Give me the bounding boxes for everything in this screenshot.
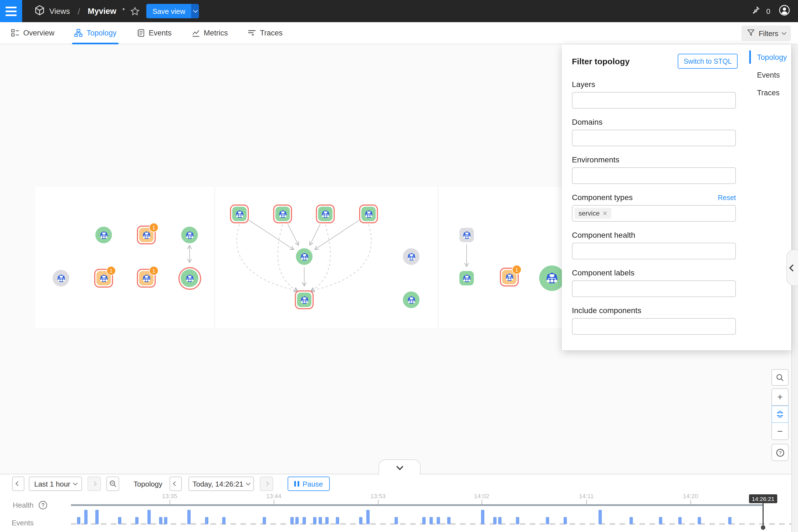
timeline-zoom-out-button[interactable] — [107, 477, 119, 491]
tab-events[interactable]: Events — [137, 22, 172, 44]
service-component-icon — [235, 210, 244, 218]
tab-topology[interactable]: Topology — [75, 22, 117, 44]
zoom-in-button[interactable]: + — [772, 388, 788, 406]
tab-overview-label: Overview — [23, 29, 55, 37]
timeline-cursor-handle[interactable] — [761, 525, 765, 530]
zoom-out-icon — [109, 480, 117, 488]
topology-node-service[interactable] — [539, 265, 565, 291]
save-view-dropdown-button[interactable] — [191, 4, 199, 18]
favorite-star-icon[interactable] — [130, 6, 140, 16]
filters-button-label: Filters — [759, 29, 778, 37]
current-time-select[interactable]: Today, 14:26:21 — [188, 477, 254, 491]
filter-section: Component labels — [572, 268, 736, 297]
user-avatar[interactable] — [779, 4, 790, 18]
filter-section-label: Environments — [572, 155, 619, 164]
save-view-button[interactable]: Save view — [146, 4, 191, 18]
event-count-badge: 1 — [512, 265, 521, 274]
tab-overview[interactable]: Overview — [11, 22, 55, 44]
topology-node-service[interactable] — [459, 271, 474, 285]
search-icon — [776, 373, 784, 382]
remove-chip-icon[interactable]: ✕ — [602, 210, 607, 217]
time-axis-label: 13:35 — [162, 493, 177, 499]
topology-node-service[interactable]: 1 — [500, 268, 519, 286]
event-count-bar — [222, 517, 226, 524]
collapse-timeline-button[interactable] — [379, 459, 421, 475]
filters-button[interactable]: Filters — [741, 25, 791, 41]
filter-input-layers[interactable] — [572, 92, 736, 109]
topology-node-service[interactable] — [459, 228, 474, 242]
timeline-cursor-badge[interactable]: 14:26:21 — [749, 494, 777, 503]
health-timeline[interactable] — [71, 504, 763, 506]
event-count-bar — [447, 517, 451, 524]
reset-link[interactable]: Reset — [718, 194, 736, 202]
zoom-out-button[interactable]: − — [772, 423, 788, 440]
event-count-bar — [319, 517, 322, 524]
side-tab-traces[interactable]: Traces — [749, 87, 791, 99]
filter-input-domains[interactable] — [572, 130, 736, 146]
filter-input-include-components[interactable] — [572, 318, 736, 335]
filter-section-label: Layers — [572, 80, 595, 89]
time-back-button[interactable] — [170, 477, 182, 491]
event-count-bar — [546, 517, 549, 524]
filter-input-component-types[interactable]: service✕ — [572, 205, 736, 222]
time-range-forward-button[interactable] — [88, 477, 101, 491]
hamburger-menu-button[interactable] — [0, 0, 22, 22]
topology-node-service[interactable] — [316, 205, 335, 223]
pin-icon[interactable] — [751, 5, 760, 17]
app-window: Views / Myview * Save view 0 Overview — [0, 0, 798, 532]
service-component-icon — [462, 274, 471, 282]
health-help-icon[interactable]: ? — [39, 501, 47, 509]
event-count-bar — [118, 517, 121, 524]
side-tab-topology[interactable]: Topology — [749, 51, 791, 63]
service-component-icon — [300, 252, 308, 261]
tab-metrics[interactable]: Metrics — [191, 22, 228, 44]
pause-button-label: Pause — [303, 480, 323, 488]
pause-icon — [294, 481, 299, 487]
time-range-select[interactable]: Last 1 hour — [29, 477, 82, 491]
topology-node-service[interactable] — [403, 291, 419, 308]
topology-node-service[interactable]: 1 — [137, 226, 156, 244]
tab-metrics-label: Metrics — [204, 29, 228, 37]
time-axis-label: 13:44 — [266, 493, 281, 499]
fit-to-screen-button[interactable] — [772, 406, 788, 423]
time-forward-button[interactable] — [260, 477, 273, 491]
topology-node-service[interactable] — [359, 205, 378, 223]
filter-input-component-health[interactable] — [572, 243, 736, 259]
topology-node-service[interactable]: 1 — [137, 269, 156, 288]
filter-input-environments[interactable] — [572, 167, 736, 184]
topology-node-service[interactable] — [403, 248, 419, 265]
plus-icon: + — [777, 392, 783, 402]
expand-right-panel-button[interactable] — [786, 249, 798, 286]
search-component-button[interactable] — [772, 369, 788, 386]
topology-node-service[interactable] — [181, 227, 198, 243]
tab-traces[interactable]: Traces — [248, 22, 283, 44]
switch-to-stql-button[interactable]: Switch to STQL — [678, 54, 738, 69]
event-count-bar — [366, 510, 369, 524]
breadcrumb: Views / Myview * — [34, 5, 125, 17]
service-component-icon — [462, 231, 471, 239]
topology-node-service[interactable] — [230, 205, 249, 223]
topology-node-service[interactable] — [178, 267, 201, 289]
topology-node-service[interactable] — [53, 270, 69, 286]
timeline-context-label: Topology — [134, 477, 163, 491]
breadcrumb-views-link[interactable]: Views — [49, 7, 70, 16]
timeline-cursor-line — [763, 503, 764, 527]
topology-node-service[interactable] — [295, 290, 314, 309]
service-component-icon — [321, 210, 329, 218]
time-range-back-button[interactable] — [12, 477, 24, 491]
filter-input-component-labels[interactable] — [572, 280, 736, 297]
service-component-icon — [185, 274, 194, 282]
event-count-bar — [147, 510, 151, 524]
topology-node-service[interactable] — [95, 227, 112, 243]
topology-node-service[interactable] — [296, 248, 312, 265]
time-axis-label: 14:11 — [579, 493, 593, 499]
service-component-icon — [546, 272, 558, 284]
side-tab-events[interactable]: Events — [749, 69, 791, 81]
filter-topology-panel: Filter topology Switch to STQL Topology … — [562, 44, 791, 350]
pause-button[interactable]: Pause — [288, 477, 330, 491]
metrics-icon — [191, 29, 200, 37]
topology-node-service[interactable]: 1 — [94, 269, 113, 288]
help-button[interactable]: ? — [772, 444, 788, 461]
topology-node-service[interactable] — [273, 205, 292, 223]
event-count-bar — [77, 517, 80, 524]
